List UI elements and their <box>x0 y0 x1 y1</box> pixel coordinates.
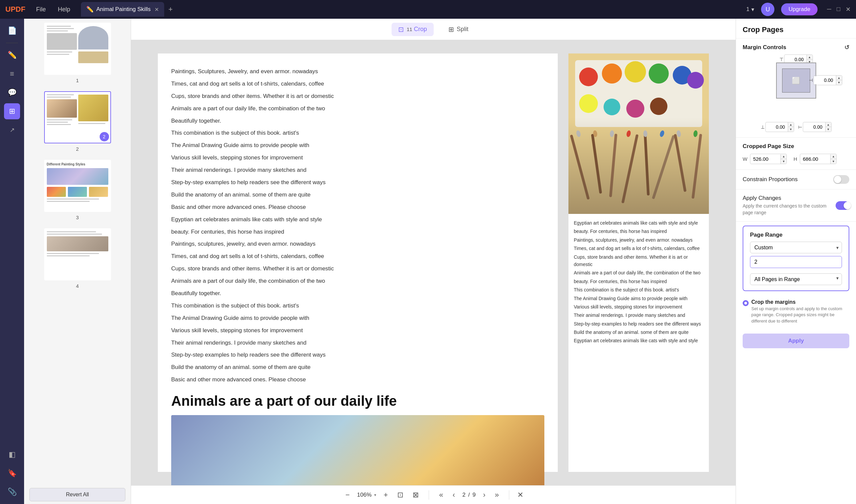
height-input[interactable] <box>800 154 830 164</box>
last-page-button[interactable]: » <box>493 489 501 501</box>
thumbnail-1[interactable]: 1 <box>24 19 131 87</box>
thumbnail-2[interactable]: 2 2 <box>24 87 131 156</box>
right-margin-up[interactable]: ▲ <box>836 75 842 80</box>
comment-tool-icon[interactable]: 💬 <box>4 85 20 101</box>
active-tab[interactable]: ✏️ Animal Painting Skills ✕ <box>81 2 164 17</box>
user-avatar[interactable]: U <box>761 3 774 16</box>
height-down[interactable]: ▼ <box>830 159 836 164</box>
doc-text-line: Beautifully together. <box>171 289 545 299</box>
margin-controls-label: Margin Controls ↺ <box>743 44 849 51</box>
crop-margins-section: Crop the margins Set up margin controls … <box>736 295 856 328</box>
doc-text-line: Basic and other more advanced ones. Plea… <box>171 375 545 385</box>
reset-margins-button[interactable]: ↺ <box>844 44 849 51</box>
apply-changes-toggle[interactable] <box>836 201 849 210</box>
top-margin-up[interactable]: ▲ <box>806 55 813 59</box>
right-text-line: Step-by-step examples to help readers se… <box>574 320 703 327</box>
right-margin-input[interactable] <box>814 76 835 84</box>
left-margin-input[interactable] <box>803 123 824 131</box>
export-tool-icon[interactable]: ↗ <box>4 122 20 138</box>
help-menu[interactable]: Help <box>54 5 74 14</box>
next-page-button[interactable]: › <box>481 489 487 501</box>
doc-text-line: This combination is the subject of this … <box>171 128 545 138</box>
bottom-margin-input[interactable] <box>766 123 787 131</box>
thumb-label-3: 3 <box>76 215 78 220</box>
cropped-size-section: Cropped Page Size W ▲ ▼ H ▲ ▼ <box>736 138 856 170</box>
doc-text-line: This combination is the subject of this … <box>171 301 545 311</box>
bookmark-tool-icon[interactable]: 🔖 <box>4 465 20 481</box>
document-tool-icon[interactable]: 📄 <box>4 23 20 39</box>
layers-tool-icon[interactable]: ◧ <box>4 447 20 463</box>
bottom-margin-down[interactable]: ▼ <box>788 127 794 132</box>
doc-heading: Animals are a part of our daily life <box>171 393 545 410</box>
page-range-select[interactable]: Custom All Pages Odd Pages Even Pages <box>750 241 842 253</box>
minimize-button[interactable]: ─ <box>827 6 831 13</box>
thumb-content-3: Different Painting Styles <box>45 160 110 211</box>
left-margin-spinners: ▲ ▼ <box>825 122 831 132</box>
width-up[interactable]: ▲ <box>781 155 786 159</box>
zoom-out-button[interactable]: − <box>343 489 352 501</box>
fit-page-button[interactable]: ⊠ <box>411 489 421 501</box>
apply-button[interactable]: Apply <box>743 334 849 348</box>
crop-margins-radio[interactable]: Crop the margins Set up margin controls … <box>743 299 849 324</box>
bottom-margin-input-group: ▲ ▼ <box>765 122 794 132</box>
revert-all-button[interactable]: Revert All <box>30 488 125 501</box>
zoom-in-button[interactable]: + <box>381 489 390 501</box>
thumbnail-panel: 1 <box>24 19 131 504</box>
prev-page-button[interactable]: ‹ <box>450 489 457 501</box>
close-window-button[interactable]: ✕ <box>845 6 851 13</box>
edit-tool-icon[interactable]: ≡ <box>4 66 20 82</box>
thumb-label-2: 2 <box>76 146 78 152</box>
width-down[interactable]: ▼ <box>781 159 786 164</box>
thumbnail-3[interactable]: Different Painting Styles 3 <box>24 156 131 224</box>
constrain-toggle[interactable] <box>833 175 849 184</box>
width-input[interactable] <box>750 154 781 164</box>
left-margin-up[interactable]: ▲ <box>825 122 831 127</box>
tab-close-icon[interactable]: ✕ <box>155 6 159 13</box>
doc-text-line: Step-by-step examples to help readers se… <box>171 178 545 187</box>
page-nav-arrow[interactable]: ▾ <box>751 6 754 13</box>
close-toolbar-button[interactable]: ✕ <box>517 491 523 499</box>
new-tab-button[interactable]: + <box>168 5 173 14</box>
maximize-button[interactable]: □ <box>837 6 840 13</box>
bottom-margin-control: ⊥ ▲ ▼ <box>761 122 794 132</box>
page-right-column: Egyptian art celebrates animals like cat… <box>568 53 709 472</box>
left-margin-control: ⊢ ▲ ▼ <box>798 122 832 132</box>
doc-text-line: Their animal renderings. I provide many … <box>171 338 545 348</box>
file-menu[interactable]: File <box>32 5 50 14</box>
doc-text-lines: Paintings, Sculptures, Jewelry, and even… <box>171 67 545 385</box>
doc-text-line: The Animal Drawing Guide aims to provide… <box>171 313 545 323</box>
constrain-row: Constrain Proportions <box>743 175 849 184</box>
nav-divider <box>429 490 429 500</box>
first-page-button[interactable]: « <box>437 489 445 501</box>
doc-text-line: Animals are a part of our daily life, th… <box>171 276 545 286</box>
split-tool-button[interactable]: ⊞ Split <box>442 23 475 36</box>
highlight-tool-icon[interactable]: ✏️ <box>4 47 20 63</box>
right-text-line: Their animal renderings. I provide many … <box>574 311 703 319</box>
document-page[interactable]: Paintings, Sculptures, Jewelry, and even… <box>131 40 736 485</box>
doc-text-line: Animals are a part of our daily life, th… <box>171 104 545 114</box>
svg-point-3 <box>602 64 622 84</box>
toolbar-divider-1 <box>6 43 18 43</box>
fit-width-button[interactable]: ⊡ <box>395 489 405 501</box>
apply-changes-toggle-thumb <box>844 202 851 209</box>
thumbnail-4[interactable]: 4 <box>24 224 131 293</box>
zoom-dropdown-arrow[interactable]: ▾ <box>374 493 376 497</box>
right-page-text: Egyptian art celebrates animals like cat… <box>568 214 709 351</box>
apply-changes-text: Apply Changes Apply the current changes … <box>743 195 836 216</box>
right-margin-down[interactable]: ▼ <box>836 80 842 85</box>
height-input-group: ▲ ▼ <box>800 154 837 164</box>
crop-icon: ⊡ <box>398 25 404 33</box>
all-pages-in-range-select[interactable]: All Pages in Range Odd Pages in Range Ev… <box>750 273 842 285</box>
bottom-margin-up[interactable]: ▲ <box>788 122 794 127</box>
doc-text-line: Step-by-step examples to help readers se… <box>171 350 545 360</box>
attachment-tool-icon[interactable]: 📎 <box>4 484 20 500</box>
organize-tool-icon[interactable]: ⊞ <box>4 103 20 119</box>
margin-box-inner: ⬜ <box>782 69 810 93</box>
page-range-input[interactable] <box>750 256 842 268</box>
upgrade-button[interactable]: Upgrade <box>781 3 818 15</box>
crop-tool-button[interactable]: ⊡ 11 Crop <box>392 23 434 36</box>
height-up[interactable]: ▲ <box>830 155 836 159</box>
nav-divider-2 <box>509 490 509 500</box>
svg-point-2 <box>579 68 598 86</box>
left-margin-down[interactable]: ▼ <box>825 127 831 132</box>
